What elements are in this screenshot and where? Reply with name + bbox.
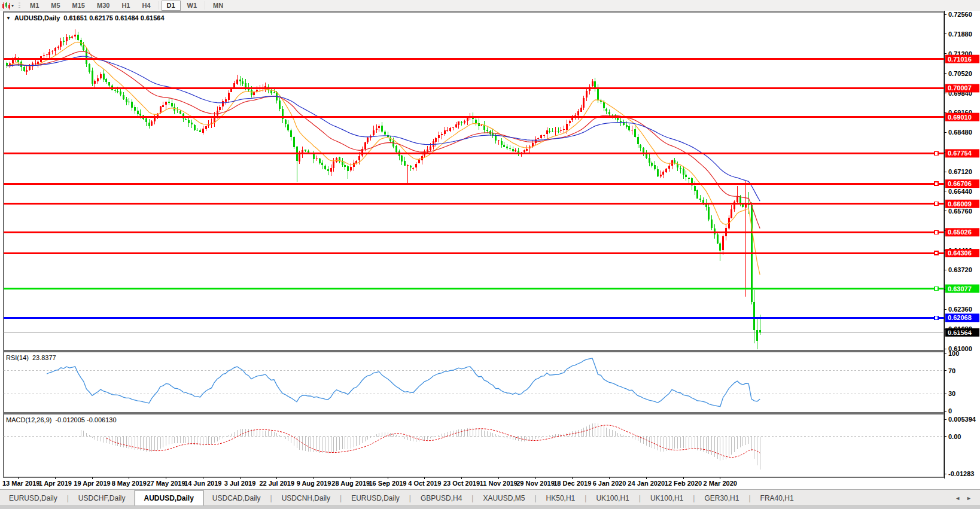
chart-tab-uk100-h1[interactable]: UK100,H1 xyxy=(641,490,692,506)
svg-text:18 Dec 2019: 18 Dec 2019 xyxy=(553,480,591,487)
chart-tab-ger30-h1[interactable]: GER30,H1 xyxy=(695,490,748,506)
svg-text:2 Mar 2020: 2 Mar 2020 xyxy=(704,480,737,487)
chart-tab-eurusd-daily[interactable]: EURUSD,Daily xyxy=(0,490,66,506)
svg-text:1 Apr 2019: 1 Apr 2019 xyxy=(39,480,72,487)
symbol-timeframe-label: AUDUSD,Daily xyxy=(14,14,60,22)
timeframe-button-W1[interactable]: W1 xyxy=(182,1,203,11)
svg-text:14 Jun 2019: 14 Jun 2019 xyxy=(184,480,221,487)
toolbar-separator xyxy=(159,1,159,10)
svg-text:16 Sep 2019: 16 Sep 2019 xyxy=(369,480,407,487)
chart-type-button[interactable]: ▾ xyxy=(0,2,16,10)
collapse-triangle-icon[interactable]: ▼ xyxy=(6,16,11,21)
timeframe-button-M5[interactable]: M5 xyxy=(45,1,65,11)
svg-text:0.70007: 0.70007 xyxy=(948,84,972,92)
chart-tab-usdcnh-daily[interactable]: USDCNH,Daily xyxy=(273,490,339,506)
top-toolbar: ▾ M1M5M15M30H1H4D1W1MN xyxy=(0,0,980,11)
svg-text:-0.01283: -0.01283 xyxy=(948,470,974,477)
timeframe-button-MN[interactable]: MN xyxy=(208,1,229,11)
svg-text:0.66706: 0.66706 xyxy=(948,180,972,187)
rsi-value: 23.8377 xyxy=(32,354,56,361)
svg-text:0.65760: 0.65760 xyxy=(948,208,972,215)
rsi-name: RSI(14) xyxy=(6,354,29,361)
svg-text:24 Jan 2020: 24 Jan 2020 xyxy=(628,480,665,487)
svg-text:0.65026: 0.65026 xyxy=(948,228,972,236)
svg-text:0.64306: 0.64306 xyxy=(948,249,972,257)
candlestick-chart-icon xyxy=(2,2,10,10)
timeframe-button-group: M1M5M15M30H1H4D1W1MN xyxy=(24,1,229,11)
svg-text:0.66009: 0.66009 xyxy=(948,200,972,208)
svg-text:100: 100 xyxy=(948,350,959,357)
svg-text:11 Nov 2019: 11 Nov 2019 xyxy=(480,480,518,487)
chart-tab-hk50-h1[interactable]: HK50,H1 xyxy=(537,490,585,506)
svg-text:0.71880: 0.71880 xyxy=(948,31,972,38)
svg-text:0: 0 xyxy=(948,407,952,414)
tab-scroll-right-button[interactable]: ► xyxy=(966,495,972,501)
svg-text:19 Apr 2019: 19 Apr 2019 xyxy=(74,480,110,487)
chart-region: 0.615640.725600.718800.712000.705200.698… xyxy=(0,11,980,489)
ohlc-values: 0.61651 0.62175 0.61484 0.61564 xyxy=(63,14,164,22)
chart-canvas[interactable]: 0.615640.725600.718800.712000.705200.698… xyxy=(0,11,980,489)
toolbar-drag-handle[interactable] xyxy=(19,2,20,9)
timeframe-button-D1[interactable]: D1 xyxy=(162,1,181,11)
svg-text:3 Jul 2019: 3 Jul 2019 xyxy=(224,480,256,487)
svg-text:6 Jan 2020: 6 Jan 2020 xyxy=(593,480,626,487)
tab-scroll-arrows: ◄► xyxy=(955,490,980,506)
timeframe-button-H4[interactable]: H4 xyxy=(136,1,156,11)
svg-text:0.72560: 0.72560 xyxy=(948,11,972,18)
macd-name: MACD(12,26,9) xyxy=(6,416,51,423)
chart-tab-usdchf-daily[interactable]: USDCHF,Daily xyxy=(69,490,135,506)
date-axis: 13 Mar 20191 Apr 201919 Apr 20198 May 20… xyxy=(2,477,737,487)
chart-tab-eurusd-daily[interactable]: EURUSD,Daily xyxy=(342,490,409,506)
bottom-strip xyxy=(0,505,980,509)
chart-tab-fra40-h1[interactable]: FRA40,H1 xyxy=(751,490,803,506)
chart-tab-uk100-h1[interactable]: UK100,H1 xyxy=(587,490,638,506)
chart-tab-audusd-daily[interactable]: AUDUSD,Daily xyxy=(135,490,203,506)
macd-indicator-label: MACD(12,26,9) -0.012005 -0.006130 xyxy=(6,416,117,423)
svg-text:13 Mar 2019: 13 Mar 2019 xyxy=(2,480,39,487)
svg-text:9 Aug 2019: 9 Aug 2019 xyxy=(297,480,331,487)
svg-text:29 Nov 2019: 29 Nov 2019 xyxy=(516,480,555,487)
svg-text:23 Oct 2019: 23 Oct 2019 xyxy=(443,480,480,487)
chart-title: ▼ AUDUSD,Daily 0.61651 0.62175 0.61484 0… xyxy=(6,14,165,22)
svg-text:8 May 2019: 8 May 2019 xyxy=(112,480,147,487)
toolbar-separator xyxy=(205,1,205,10)
timeframe-button-M30[interactable]: M30 xyxy=(92,1,115,11)
tab-scroll-left-button[interactable]: ◄ xyxy=(955,495,960,501)
svg-text:0.68480: 0.68480 xyxy=(948,129,972,136)
svg-text:0.67754: 0.67754 xyxy=(948,150,972,157)
svg-text:12 Feb 2020: 12 Feb 2020 xyxy=(665,480,702,487)
svg-text:0.63077: 0.63077 xyxy=(948,285,972,292)
chevron-down-icon: ▾ xyxy=(11,3,14,8)
svg-text:70: 70 xyxy=(948,367,955,374)
svg-text:0.69010: 0.69010 xyxy=(948,114,972,121)
svg-text:0.70520: 0.70520 xyxy=(948,70,972,77)
chart-tab-usdcad-daily[interactable]: USDCAD,Daily xyxy=(203,490,270,506)
svg-text:0.66440: 0.66440 xyxy=(948,188,972,195)
chart-tab-gbpusd-h4[interactable]: GBPUSD,H4 xyxy=(412,490,471,506)
rsi-indicator-label: RSI(14) 23.8377 xyxy=(6,354,56,361)
chart-tab-xauusd-m5[interactable]: XAUUSD,M5 xyxy=(474,490,534,506)
svg-text:0.005394: 0.005394 xyxy=(948,416,976,423)
svg-text:28 Aug 2019: 28 Aug 2019 xyxy=(331,480,370,487)
tab-bar: EURUSD,Daily|USDCHF,DailyAUDUSD,DailyUSD… xyxy=(0,489,980,506)
macd-value: -0.012005 -0.006130 xyxy=(55,416,116,423)
timeframe-button-M15[interactable]: M15 xyxy=(67,1,90,11)
svg-text:0.00: 0.00 xyxy=(948,433,961,440)
svg-text:30: 30 xyxy=(948,390,955,397)
svg-text:0.67120: 0.67120 xyxy=(948,168,972,175)
timeframe-button-M1[interactable]: M1 xyxy=(25,1,44,11)
svg-text:27 May 2019: 27 May 2019 xyxy=(147,480,185,487)
svg-text:4 Oct 2019: 4 Oct 2019 xyxy=(408,480,441,487)
svg-text:0.63720: 0.63720 xyxy=(948,266,972,273)
panel-frames xyxy=(4,11,944,478)
timeframe-button-H1[interactable]: H1 xyxy=(116,1,135,11)
svg-text:0.62360: 0.62360 xyxy=(948,306,972,313)
svg-text:0.71016: 0.71016 xyxy=(948,56,972,63)
svg-text:22 Jul 2019: 22 Jul 2019 xyxy=(259,480,294,487)
svg-text:0.62068: 0.62068 xyxy=(948,314,972,321)
svg-text:0.61680: 0.61680 xyxy=(948,325,972,333)
